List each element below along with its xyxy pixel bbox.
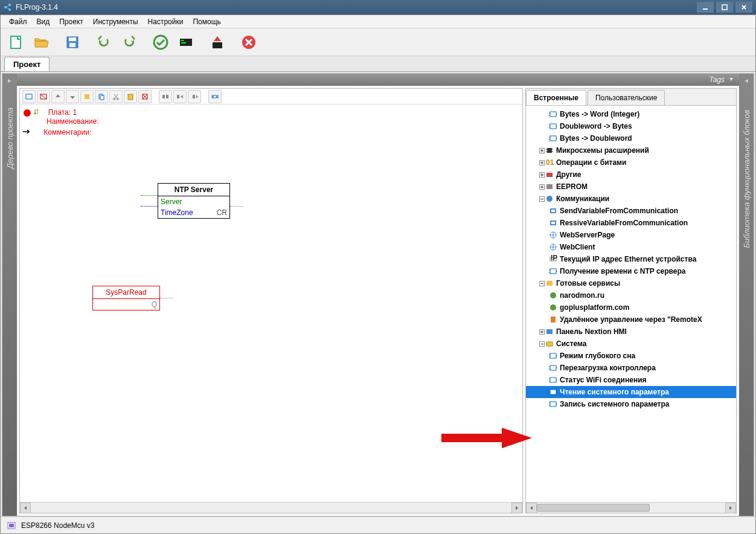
library-panel: Встроенные Пользовательские Bytes -> Wor…	[525, 88, 737, 513]
expand-right-icon[interactable]	[743, 77, 749, 86]
canvas-btn-paste[interactable]	[124, 90, 137, 103]
maximize-button[interactable]	[716, 2, 733, 13]
tree-item-23[interactable]: Чтение системного параметра	[526, 386, 736, 398]
tree-item-label: Bytes -> Doubleword	[560, 134, 632, 143]
tab-project[interactable]: Проект	[4, 57, 50, 71]
tree-item-2[interactable]: Bytes -> Doubleword	[526, 132, 736, 144]
block-icon	[549, 364, 557, 372]
svg-rect-23	[128, 94, 133, 100]
bits-icon: 01	[545, 158, 554, 167]
tree-item-19[interactable]: Система	[526, 338, 736, 350]
svg-rect-12	[181, 42, 186, 43]
svg-rect-30	[193, 95, 195, 98]
svg-text:01: 01	[546, 158, 554, 167]
svg-rect-93	[546, 342, 553, 346]
canvas-btn-11[interactable]	[173, 90, 187, 103]
tree-item-12[interactable]: IPТекущий IP адрес Ethernet устройства	[526, 253, 736, 265]
tree-item-1[interactable]: Doubleword -> Bytes	[526, 120, 736, 132]
close-button[interactable]	[735, 2, 752, 13]
expand-left-icon[interactable]	[7, 77, 13, 83]
menu-project[interactable]: Проект	[54, 16, 88, 28]
project-tree-collapsed-panel[interactable]: Дерево проекта	[2, 74, 17, 516]
canvas-btn-13[interactable]	[208, 90, 222, 103]
tree-item-14[interactable]: Готовые сервисы	[526, 277, 736, 289]
tree-item-21[interactable]: Перезагрузка контроллера	[526, 362, 736, 374]
tree-item-5[interactable]: Другие	[526, 169, 736, 181]
canvas-btn-copy[interactable]	[95, 90, 108, 103]
tree-item-10[interactable]: WebServerPage	[526, 229, 736, 241]
lib-hscroll-left-icon[interactable]	[526, 503, 537, 513]
svg-rect-38	[550, 124, 556, 129]
lib-hscroll-thumb[interactable]	[537, 504, 650, 512]
tab-user[interactable]: Пользовательские	[588, 90, 665, 105]
tree-item-6[interactable]: EEPROM	[526, 181, 736, 193]
minimize-button[interactable]	[697, 2, 714, 13]
redo-button[interactable]	[118, 31, 141, 54]
canvas-hscroll[interactable]	[20, 502, 522, 513]
menu-tools[interactable]: Инструменты	[88, 16, 143, 28]
tree-item-0[interactable]: Bytes -> Word (Integer)	[526, 108, 736, 120]
io-arrows-icon	[34, 108, 43, 117]
menu-settings[interactable]: Настройки	[143, 16, 188, 28]
tree-item-17[interactable]: Удалённое управление через "RemoteX	[526, 314, 736, 326]
tree-item-4[interactable]: 01Операции с битами	[526, 156, 736, 169]
tree-item-8[interactable]: SendVariableFromCommunication	[526, 205, 736, 217]
menu-help[interactable]: Помощь	[188, 16, 225, 28]
web-icon	[549, 231, 557, 239]
tree-item-label: Перезагрузка контроллера	[560, 364, 656, 372]
workspace: Tags	[17, 74, 739, 516]
undo-button[interactable]	[92, 31, 115, 54]
tags-collapse-icon[interactable]	[728, 76, 734, 84]
canvas-btn-down[interactable]	[66, 90, 79, 103]
verify-button[interactable]	[149, 31, 172, 54]
library-tree[interactable]: Bytes -> Word (Integer)Doubleword -> Byt…	[526, 106, 736, 502]
menu-file[interactable]: Файл	[4, 16, 32, 28]
app-icon	[4, 3, 12, 11]
sysparread-block[interactable]: SysParRead Q	[92, 286, 160, 310]
canvas-btn-cut[interactable]	[109, 90, 123, 103]
save-button[interactable]	[61, 31, 84, 54]
canvas-btn-5[interactable]	[80, 90, 94, 103]
tags-strip[interactable]: Tags	[17, 74, 739, 86]
canvas-btn-10[interactable]	[159, 90, 172, 103]
tree-item-16[interactable]: goplusplatform.com	[526, 301, 736, 314]
new-button[interactable]	[4, 31, 27, 54]
pointer-icon	[22, 128, 31, 137]
library-hscroll[interactable]	[526, 502, 736, 513]
tree-item-15[interactable]: narodmon.ru	[526, 289, 736, 301]
tree-item-11[interactable]: WebClient	[526, 241, 736, 253]
tree-item-9[interactable]: RessiveVariableFromCommunication	[526, 217, 736, 229]
ntp-server-pin: Server	[161, 198, 182, 206]
diagram-canvas[interactable]: Плата: 1 Наименование: Комментарии: NTP …	[20, 105, 522, 502]
tree-item-18[interactable]: Панель Nextion HMI	[526, 326, 736, 338]
hscroll-left-icon[interactable]	[20, 503, 31, 513]
compile-button[interactable]	[175, 31, 197, 54]
lib-hscroll-right-icon[interactable]	[725, 503, 736, 513]
tree-item-3[interactable]: Микросхемы расширений	[526, 144, 736, 156]
canvas-btn-up[interactable]	[51, 90, 65, 103]
stop-button[interactable]	[237, 31, 260, 54]
upload-button[interactable]	[206, 31, 229, 54]
open-button[interactable]	[30, 31, 53, 54]
block-library-collapsed-panel[interactable]: Библиотека функциональных блоков	[739, 74, 754, 516]
svg-rect-77	[550, 269, 556, 274]
canvas-btn-1[interactable]	[22, 90, 36, 103]
menu-view[interactable]: Вид	[32, 16, 55, 28]
canvas-btn-2[interactable]	[37, 90, 50, 103]
tab-builtin[interactable]: Встроенные	[526, 90, 586, 105]
tree-item-7[interactable]: Коммуникации	[526, 193, 736, 205]
tree-item-24[interactable]: Запись системного параметра	[526, 398, 736, 410]
canvas-btn-12[interactable]	[188, 90, 201, 103]
canvas-toolbar	[20, 89, 522, 105]
canvas-btn-delete[interactable]	[138, 90, 152, 103]
svg-rect-65	[546, 184, 553, 189]
ntp-server-block[interactable]: NTP Server Server TimeZoneCR	[158, 183, 230, 219]
ntp-timezone-pin: TimeZone	[161, 208, 193, 217]
tree-item-20[interactable]: Режим глубокого сна	[526, 350, 736, 362]
tree-item-22[interactable]: Статус WiFi соединения	[526, 374, 736, 386]
tabstrip: Проект	[1, 56, 755, 72]
tree-item-13[interactable]: Получение времени с NTP сервера	[526, 265, 736, 277]
hscroll-right-icon[interactable]	[511, 503, 522, 513]
web-icon	[549, 243, 557, 251]
block-icon	[549, 352, 557, 360]
